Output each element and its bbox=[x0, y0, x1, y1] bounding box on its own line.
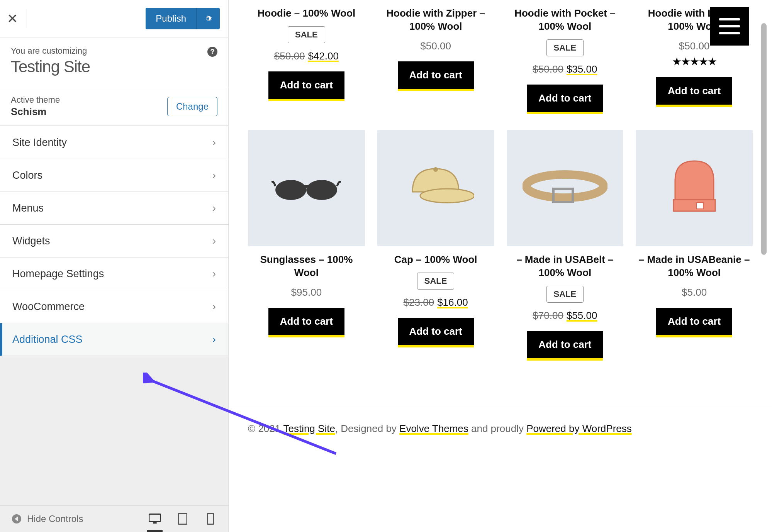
chevron-right-icon: › bbox=[212, 333, 216, 346]
chevron-right-icon: › bbox=[212, 268, 216, 280]
add-to-cart-button[interactable]: Add to cart bbox=[527, 331, 603, 361]
active-theme-row: Active theme Schism Change bbox=[0, 87, 228, 126]
sunglasses-icon bbox=[271, 169, 341, 207]
sidebar-top: ✕ Publish bbox=[0, 0, 228, 37]
device-preview-icons bbox=[149, 513, 217, 525]
svg-point-7 bbox=[306, 180, 337, 200]
product-image bbox=[507, 130, 624, 247]
chevron-right-icon: › bbox=[212, 136, 216, 149]
footer-themes-link[interactable]: Evolve Themes bbox=[399, 423, 468, 434]
price: $50.00$35.00 bbox=[507, 63, 624, 75]
desktop-preview-icon[interactable] bbox=[149, 513, 161, 525]
footer-text: and proudly bbox=[468, 423, 526, 434]
sidebar-item-label: WooCommerce bbox=[12, 301, 85, 313]
sidebar-item-woocommerce[interactable]: WooCommerce› bbox=[0, 290, 228, 323]
price: $23.00$16.00 bbox=[377, 296, 494, 308]
sidebar-item-additional-css[interactable]: Additional CSS› bbox=[0, 323, 228, 356]
sidebar-item-homepage-settings[interactable]: Homepage Settings› bbox=[0, 258, 228, 290]
mobile-preview-icon[interactable] bbox=[204, 513, 217, 525]
svg-rect-8 bbox=[304, 185, 308, 188]
product-title: Cap – 100% Wool bbox=[377, 253, 494, 266]
svg-rect-14 bbox=[696, 203, 703, 209]
svg-point-6 bbox=[275, 180, 306, 200]
add-to-cart-button[interactable]: Add to cart bbox=[268, 308, 344, 337]
sidebar-item-label: Additional CSS bbox=[12, 334, 83, 346]
change-theme-button[interactable]: Change bbox=[167, 97, 217, 116]
add-to-cart-button[interactable]: Add to cart bbox=[398, 61, 474, 91]
product-card[interactable]: Cap – 100% Wool SALE $23.00$16.00 Add to… bbox=[377, 130, 494, 361]
cap-icon bbox=[397, 157, 474, 219]
product-title: Hoodie – 100% Wool bbox=[248, 7, 365, 20]
product-card[interactable]: – Made in USABeanie – 100% Wool $5.00 Ad… bbox=[636, 130, 753, 361]
beanie-icon bbox=[660, 153, 729, 223]
hamburger-menu[interactable] bbox=[710, 7, 749, 46]
close-button[interactable]: ✕ bbox=[8, 9, 27, 28]
publish-settings-button[interactable] bbox=[196, 8, 220, 29]
customizer-menu: Site Identity› Colors› Menus› Widgets› H… bbox=[0, 126, 228, 356]
tablet-preview-icon[interactable] bbox=[176, 513, 189, 525]
sale-badge: SALE bbox=[546, 39, 584, 56]
rating-stars: ★★★★★ bbox=[636, 55, 753, 68]
footer-site-link[interactable]: Testing Site bbox=[283, 423, 335, 434]
footer-wp-link[interactable]: Powered by WordPress bbox=[526, 423, 632, 434]
publish-button[interactable]: Publish bbox=[146, 8, 196, 29]
sidebar-item-colors[interactable]: Colors› bbox=[0, 159, 228, 192]
footer-copyright: © 2021 bbox=[248, 423, 283, 434]
preview-pane: Hoodie – 100% Wool SALE $50.00$42.00 Add… bbox=[229, 0, 772, 532]
help-icon[interactable]: ? bbox=[207, 47, 217, 57]
add-to-cart-button[interactable]: Add to cart bbox=[398, 318, 474, 347]
add-to-cart-button[interactable]: Add to cart bbox=[656, 308, 732, 337]
product-card[interactable]: Sunglasses – 100% Wool $95.00 Add to car… bbox=[248, 130, 365, 361]
svg-point-11 bbox=[526, 175, 604, 198]
sidebar-item-widgets[interactable]: Widgets› bbox=[0, 225, 228, 258]
price: $50.00$42.00 bbox=[248, 50, 365, 62]
hide-controls-label: Hide Controls bbox=[27, 513, 83, 524]
site-footer: © 2021 Testing Site, Designed by Evolve … bbox=[229, 407, 772, 458]
product-card[interactable]: Hoodie with Pocket – 100% Wool SALE $50.… bbox=[507, 0, 624, 114]
svg-rect-5 bbox=[207, 513, 214, 524]
customizer-sidebar: ✕ Publish You are customizing Testing Si… bbox=[0, 0, 229, 532]
add-to-cart-button[interactable]: Add to cart bbox=[527, 85, 603, 114]
product-card[interactable]: Hoodie with Zipper – 100% Wool $50.00 Ad… bbox=[377, 0, 494, 114]
hide-controls-button[interactable]: Hide Controls bbox=[12, 513, 83, 524]
sidebar-item-label: Colors bbox=[12, 169, 42, 181]
chevron-right-icon: › bbox=[212, 169, 216, 181]
sidebar-item-menus[interactable]: Menus› bbox=[0, 192, 228, 225]
chevron-right-icon: › bbox=[212, 202, 216, 214]
product-image bbox=[636, 130, 753, 247]
publish-area: Publish bbox=[146, 8, 220, 29]
chevron-right-icon: › bbox=[212, 235, 216, 247]
product-title: – Made in USABeanie – 100% Wool bbox=[636, 253, 753, 280]
sidebar-item-label: Widgets bbox=[12, 235, 50, 247]
collapse-icon bbox=[12, 514, 22, 524]
belt-icon bbox=[523, 165, 607, 211]
sidebar-item-site-identity[interactable]: Site Identity› bbox=[0, 126, 228, 159]
price: $50.00 bbox=[377, 40, 494, 52]
price: $70.00$55.00 bbox=[507, 310, 624, 322]
price: $95.00 bbox=[248, 286, 365, 298]
svg-point-9 bbox=[420, 189, 474, 203]
chevron-right-icon: › bbox=[212, 300, 216, 313]
add-to-cart-button[interactable]: Add to cart bbox=[656, 77, 732, 107]
gear-icon bbox=[204, 14, 213, 23]
product-title: Sunglasses – 100% Wool bbox=[248, 253, 365, 280]
scrollbar[interactable] bbox=[761, 23, 767, 255]
customizing-header: You are customizing Testing Site ? bbox=[0, 37, 228, 87]
sidebar-item-label: Menus bbox=[12, 202, 44, 214]
sidebar-item-label: Site Identity bbox=[12, 137, 67, 149]
sidebar-footer: Hide Controls bbox=[0, 505, 228, 532]
sale-badge: SALE bbox=[417, 273, 455, 290]
svg-rect-3 bbox=[153, 522, 156, 524]
sidebar-item-label: Homepage Settings bbox=[12, 268, 104, 280]
product-title: Hoodie with Pocket – 100% Wool bbox=[507, 7, 624, 33]
svg-rect-2 bbox=[149, 514, 161, 522]
product-card[interactable]: Hoodie – 100% Wool SALE $50.00$42.00 Add… bbox=[248, 0, 365, 114]
price: $5.00 bbox=[636, 286, 753, 298]
sale-badge: SALE bbox=[546, 286, 584, 303]
add-to-cart-button[interactable]: Add to cart bbox=[268, 71, 344, 101]
svg-rect-4 bbox=[178, 513, 187, 524]
svg-rect-13 bbox=[674, 200, 715, 211]
product-grid: Hoodie – 100% Wool SALE $50.00$42.00 Add… bbox=[229, 0, 772, 391]
theme-name: Schism bbox=[11, 106, 60, 118]
product-card[interactable]: – Made in USABelt – 100% Wool SALE $70.0… bbox=[507, 130, 624, 361]
